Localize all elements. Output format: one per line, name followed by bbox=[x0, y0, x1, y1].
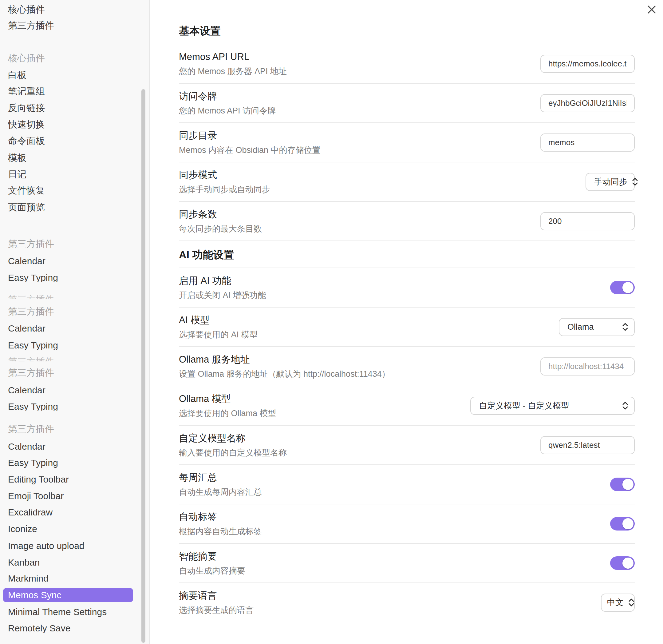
setting-info: 同步条数 每次同步的最大条目数 bbox=[179, 208, 531, 234]
setting-row-sync-limit: 同步条数 每次同步的最大条目数 bbox=[179, 202, 635, 241]
sidebar-item-emoji-toolbar[interactable]: Emoji Toolbar bbox=[8, 490, 64, 503]
setting-desc: 您的 Memos 服务器 API 地址 bbox=[179, 66, 531, 77]
sidebar-item-calendar[interactable]: Calendar bbox=[8, 322, 45, 335]
setting-title: 每周汇总 bbox=[179, 471, 601, 484]
sidebar-item-calendar[interactable]: Calendar bbox=[8, 254, 45, 268]
setting-title: 同步条数 bbox=[179, 208, 531, 221]
ollama-url-input[interactable] bbox=[540, 357, 635, 376]
sidebar-item-image-auto-upload[interactable]: Image auto upload bbox=[8, 539, 85, 552]
toggle-knob bbox=[622, 282, 634, 293]
access-token-input[interactable] bbox=[540, 94, 635, 112]
sidebar-heading-third-party: 第三方插件 bbox=[8, 366, 54, 379]
setting-info: 自定义模型名称 输入要使用的自定义模型名称 bbox=[179, 432, 531, 458]
settings-panel: 基本设置 Memos API URL 您的 Memos 服务器 API 地址 访… bbox=[150, 0, 663, 644]
sidebar-item-backlinks[interactable]: 反向链接 bbox=[8, 102, 45, 114]
setting-row-ollama-url: Ollama 服务地址 设置 Ollama 服务的地址（默认为 http://l… bbox=[179, 347, 635, 386]
toggle-knob bbox=[622, 479, 634, 490]
setting-row-weekly-summary: 每周汇总 自动生成每周内容汇总 bbox=[179, 465, 635, 504]
sidebar-item-whiteboard[interactable]: 白板 bbox=[8, 69, 26, 82]
sidebar-item-minimal-theme-settings[interactable]: Minimal Theme Settings bbox=[8, 605, 107, 619]
sync-limit-input[interactable] bbox=[540, 212, 635, 230]
setting-info: 摘要语言 选择摘要生成的语言 bbox=[179, 589, 592, 616]
sidebar-item-quick-switcher[interactable]: 快速切换 bbox=[8, 118, 45, 131]
setting-title: 启用 AI 功能 bbox=[179, 274, 601, 287]
setting-title: 摘要语言 bbox=[179, 589, 592, 602]
setting-title: Memos API URL bbox=[179, 50, 531, 63]
sidebar-item-page-preview[interactable]: 页面预览 bbox=[8, 201, 45, 214]
setting-desc: 选择要使用的 AI 模型 bbox=[179, 329, 550, 340]
setting-desc: 根据内容自动生成标签 bbox=[179, 526, 601, 537]
memos-api-url-input[interactable] bbox=[540, 55, 635, 73]
sidebar-scrollbar[interactable] bbox=[141, 89, 145, 643]
setting-row-access-token: 访问令牌 您的 Memos API 访问令牌 bbox=[179, 84, 635, 123]
sidebar-heading-third-party: 第三方插件 bbox=[8, 238, 54, 250]
sidebar-item-calendar[interactable]: Calendar bbox=[8, 440, 45, 453]
setting-row-sync-mode: 同步模式 选择手动同步或自动同步 手动同步 bbox=[179, 162, 635, 202]
setting-desc: 开启或关闭 AI 增强功能 bbox=[179, 290, 601, 301]
sync-mode-select[interactable]: 手动同步 bbox=[586, 173, 635, 191]
ai-model-select[interactable]: Ollama bbox=[559, 318, 635, 336]
setting-title: AI 模型 bbox=[179, 314, 550, 327]
auto-tags-toggle[interactable] bbox=[610, 517, 635, 531]
chevron-up-down-icon bbox=[632, 177, 638, 187]
sidebar-item-note-composer[interactable]: 笔记重组 bbox=[8, 85, 45, 98]
sidebar-item-editing-toolbar[interactable]: Editing Toolbar bbox=[8, 473, 69, 486]
sidebar-item-memos-sync[interactable]: Memos Sync bbox=[3, 588, 133, 602]
sidebar-item-easy-typing[interactable]: Easy Typing bbox=[8, 457, 58, 469]
setting-info: 同步目录 Memos 内容在 Obsidian 中的存储位置 bbox=[179, 129, 531, 156]
sidebar-item-daily-notes[interactable]: 日记 bbox=[8, 168, 26, 181]
setting-info: Ollama 服务地址 设置 Ollama 服务的地址（默认为 http://l… bbox=[179, 353, 531, 379]
close-button[interactable] bbox=[644, 2, 659, 17]
settings-sidebar: 核心插件 第三方插件 核心插件 白板 笔记重组 反向链接 快速切换 命令面板 模… bbox=[0, 0, 150, 644]
setting-row-sync-directory: 同步目录 Memos 内容在 Obsidian 中的存储位置 bbox=[179, 123, 635, 162]
sidebar-heading-core-plugins: 核心插件 bbox=[8, 52, 45, 65]
sync-directory-input[interactable] bbox=[540, 133, 635, 152]
sidebar-item-calendar[interactable]: Calendar bbox=[8, 384, 45, 397]
smart-summary-toggle[interactable] bbox=[610, 556, 635, 570]
setting-row-summary-language: 摘要语言 选择摘要生成的语言 中文 bbox=[179, 583, 635, 622]
sidebar-item-easy-typing[interactable]: Easy Typing bbox=[8, 339, 58, 352]
setting-info: Memos API URL 您的 Memos 服务器 API 地址 bbox=[179, 50, 531, 77]
setting-row-memos-api-url: Memos API URL 您的 Memos 服务器 API 地址 bbox=[179, 44, 635, 84]
setting-title: 自定义模型名称 bbox=[179, 432, 531, 445]
select-value: 手动同步 bbox=[594, 176, 627, 187]
setting-row-ai-model: AI 模型 选择要使用的 AI 模型 Ollama bbox=[179, 308, 635, 347]
setting-info: 启用 AI 功能 开启或关闭 AI 增强功能 bbox=[179, 274, 601, 301]
setting-desc: 设置 Ollama 服务的地址（默认为 http://localhost:114… bbox=[179, 369, 531, 379]
setting-desc: Memos 内容在 Obsidian 中的存储位置 bbox=[179, 145, 531, 156]
setting-title: 自动标签 bbox=[179, 511, 601, 524]
sidebar-item-command-palette[interactable]: 命令面板 bbox=[8, 134, 45, 147]
sidebar-item-remotely-save[interactable]: Remotely Save bbox=[8, 622, 70, 635]
setting-info: 智能摘要 自动生成内容摘要 bbox=[179, 550, 601, 576]
sidebar-item-kanban[interactable]: Kanban bbox=[8, 556, 40, 569]
toggle-knob bbox=[622, 518, 634, 529]
enable-ai-toggle[interactable] bbox=[610, 281, 635, 294]
sidebar-tab-community-plugins[interactable]: 第三方插件 bbox=[8, 19, 54, 32]
weekly-summary-toggle[interactable] bbox=[610, 478, 635, 491]
setting-desc: 自动生成内容摘要 bbox=[179, 565, 601, 576]
sidebar-item-markmind[interactable]: Markmind bbox=[8, 572, 49, 585]
setting-info: 同步模式 选择手动同步或自动同步 bbox=[179, 169, 576, 195]
sidebar-item-easy-typing[interactable]: Easy Typing bbox=[8, 271, 58, 282]
setting-info: AI 模型 选择要使用的 AI 模型 bbox=[179, 314, 550, 340]
setting-desc: 选择摘要生成的语言 bbox=[179, 605, 592, 616]
setting-desc: 选择手动同步或自动同步 bbox=[179, 184, 576, 195]
sidebar-item-iconize[interactable]: Iconize bbox=[8, 523, 37, 535]
setting-row-smart-summary: 智能摘要 自动生成内容摘要 bbox=[179, 544, 635, 583]
sidebar-item-easy-typing[interactable]: Easy Typing bbox=[8, 400, 58, 410]
sidebar-tab-core-plugins[interactable]: 核心插件 bbox=[8, 3, 45, 16]
summary-language-select[interactable]: 中文 bbox=[601, 594, 635, 612]
select-value: Ollama bbox=[567, 322, 594, 332]
sidebar-heading-third-party: 第三方插件 bbox=[8, 423, 54, 436]
select-value: 中文 bbox=[607, 597, 624, 608]
setting-desc: 您的 Memos API 访问令牌 bbox=[179, 105, 531, 116]
setting-desc: 自动生成每周内容汇总 bbox=[179, 487, 601, 497]
setting-desc: 每次同步的最大条目数 bbox=[179, 223, 531, 234]
ollama-model-select[interactable]: 自定义模型 - 自定义模型 bbox=[470, 397, 635, 415]
setting-info: Ollama 模型 选择要使用的 Ollama 模型 bbox=[179, 393, 461, 419]
sidebar-item-file-recovery[interactable]: 文件恢复 bbox=[8, 184, 45, 197]
sidebar-item-excalidraw[interactable]: Excalidraw bbox=[8, 506, 52, 519]
custom-model-name-input[interactable] bbox=[540, 436, 635, 454]
sidebar-item-templates[interactable]: 模板 bbox=[8, 151, 26, 164]
setting-info: 每周汇总 自动生成每周内容汇总 bbox=[179, 471, 601, 497]
